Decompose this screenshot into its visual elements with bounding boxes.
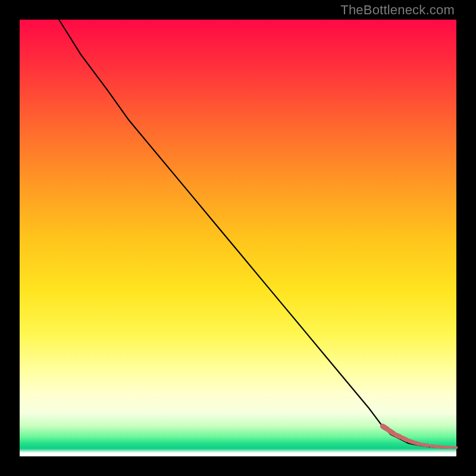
chart-frame: TheBottleneck.com (0, 0, 476, 476)
chart-svg (20, 20, 456, 456)
tail-dash (422, 444, 428, 445)
tail-dot (455, 446, 458, 449)
tail-dot (437, 445, 440, 449)
tail-dash (383, 426, 387, 429)
watermark-text: TheBottleneck.com (340, 2, 455, 18)
tail-dash (431, 446, 437, 447)
tail-dash (389, 431, 393, 434)
tail-dash (402, 438, 406, 440)
tail-dash (415, 443, 419, 444)
main-curve (59, 20, 456, 447)
tail-dash (409, 441, 413, 442)
tail-dash (396, 435, 400, 437)
tail-markers (383, 426, 458, 449)
tail-dot (446, 446, 450, 449)
